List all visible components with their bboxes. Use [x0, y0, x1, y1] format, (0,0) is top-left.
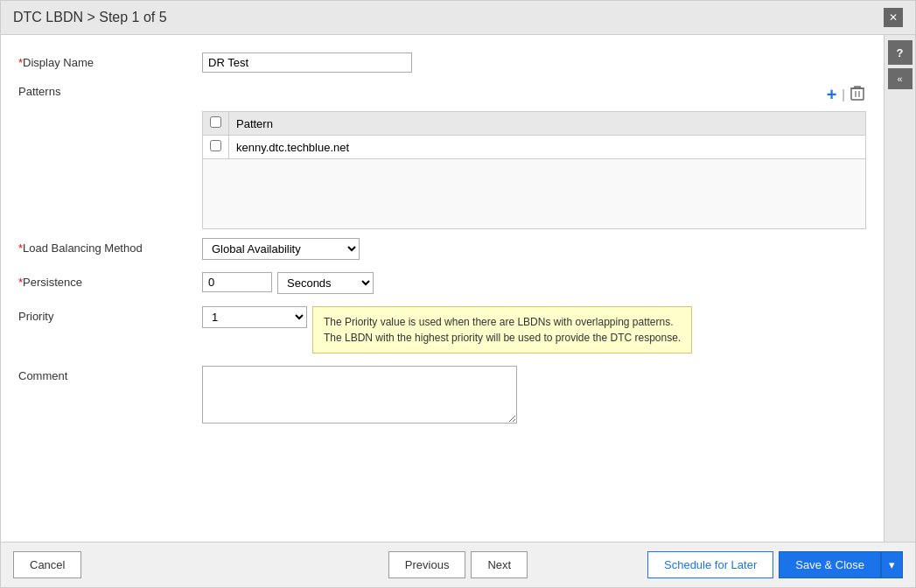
cancel-button[interactable]: Cancel	[13, 551, 81, 578]
load-balancing-row: *Load Balancing Method Global Availabili…	[18, 238, 866, 260]
save-close-group: Save & Close ▾	[779, 551, 903, 578]
sidebar-help: ? «	[884, 35, 915, 542]
footer-right: Schedule for Later Save & Close ▾	[528, 551, 903, 578]
patterns-separator: |	[842, 88, 845, 102]
save-close-button[interactable]: Save & Close	[779, 551, 881, 578]
priority-tooltip: The Priority value is used when there ar…	[312, 306, 692, 354]
patterns-empty-row	[203, 159, 866, 229]
persistence-unit-select[interactable]: SecondsMinutesHours	[277, 272, 374, 294]
persistence-row: *Persistence SecondsMinutesHours	[18, 272, 866, 294]
priority-control: 12345 The Priority value is used when th…	[202, 306, 866, 354]
pattern-row-checkbox-cell	[203, 136, 229, 159]
comment-label: Comment	[18, 366, 202, 382]
pattern-row-checkbox[interactable]	[210, 140, 221, 151]
display-name-input[interactable]	[202, 52, 412, 73]
priority-label: Priority	[18, 306, 202, 323]
patterns-add-button[interactable]: +	[825, 86, 839, 103]
persistence-label: *Persistence	[18, 272, 202, 289]
schedule-later-button[interactable]: Schedule for Later	[647, 551, 773, 578]
patterns-toolbar: + |	[825, 85, 866, 104]
footer-center: Previous Next	[388, 551, 528, 578]
dialog-container: DTC LBDN > Step 1 of 5 ✕ *Display Name P…	[0, 0, 916, 588]
help-button[interactable]: ?	[888, 40, 913, 65]
priority-row: Priority 12345 The Priority value is use…	[18, 306, 866, 354]
patterns-header-pattern: Pattern	[229, 112, 866, 136]
patterns-row: Patterns + |	[18, 85, 866, 229]
persistence-input[interactable]	[202, 272, 272, 292]
patterns-empty-cell	[203, 159, 866, 229]
svg-rect-0	[851, 88, 864, 100]
patterns-area: + |	[202, 85, 866, 229]
dialog-body: *Display Name Patterns + |	[1, 35, 915, 542]
display-name-control	[202, 52, 866, 73]
table-row: kenny.dtc.techblue.net	[203, 136, 866, 159]
persistence-control: SecondsMinutesHours	[202, 272, 866, 294]
comment-control	[202, 366, 866, 424]
load-balancing-control: Global AvailabilityRound RobinRatioTopol…	[202, 238, 866, 260]
patterns-delete-button[interactable]	[849, 85, 866, 104]
dialog-header: DTC LBDN > Step 1 of 5 ✕	[1, 1, 915, 35]
dialog-title: DTC LBDN > Step 1 of 5	[13, 10, 167, 25]
patterns-label: Patterns	[18, 85, 202, 98]
patterns-header-checkbox-cell	[203, 112, 229, 136]
display-name-row: *Display Name	[18, 52, 866, 73]
trash-icon	[850, 85, 864, 101]
patterns-table: Pattern kenny.dtc.techblue.net	[202, 111, 866, 229]
collapse-button[interactable]: «	[888, 68, 913, 89]
dialog-footer: Cancel Previous Next Schedule for Later …	[1, 542, 915, 587]
pattern-row-value: kenny.dtc.techblue.net	[229, 136, 866, 159]
form-area: *Display Name Patterns + |	[1, 35, 884, 542]
comment-textarea[interactable]	[202, 366, 517, 424]
close-button[interactable]: ✕	[884, 8, 903, 27]
load-balancing-label: *Load Balancing Method	[18, 238, 202, 255]
load-balancing-select[interactable]: Global AvailabilityRound RobinRatioTopol…	[202, 238, 360, 260]
patterns-select-all-checkbox[interactable]	[210, 116, 221, 128]
display-name-label: *Display Name	[18, 52, 202, 69]
next-button[interactable]: Next	[471, 551, 528, 578]
save-close-dropdown-button[interactable]: ▾	[881, 551, 903, 578]
previous-button[interactable]: Previous	[388, 551, 466, 578]
priority-select[interactable]: 12345	[202, 306, 307, 328]
comment-row: Comment	[18, 366, 866, 424]
footer-left: Cancel	[13, 551, 388, 578]
